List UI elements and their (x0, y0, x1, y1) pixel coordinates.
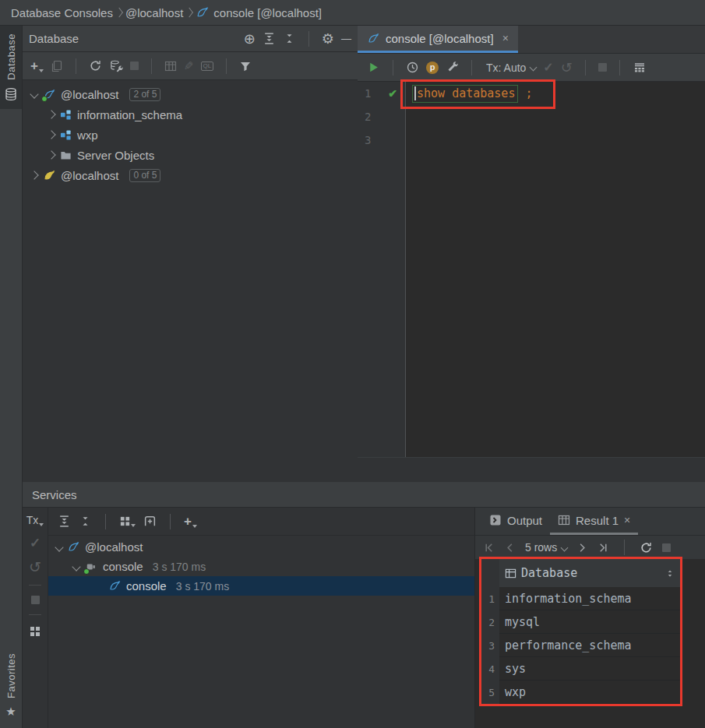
breadcrumb-database-consoles[interactable]: Database Consoles (11, 6, 113, 19)
add-service-button[interactable]: + (184, 515, 197, 528)
text-cursor (414, 86, 416, 100)
cell-database-name[interactable]: sys (499, 657, 681, 681)
stop-icon[interactable] (662, 543, 671, 552)
in-editor-results-icon[interactable] (633, 62, 647, 74)
services-row-localhost[interactable]: @localhost (48, 537, 474, 557)
expand-all-icon[interactable] (263, 32, 276, 45)
jump-to-console-icon[interactable]: QL (201, 62, 214, 71)
separator (308, 31, 309, 47)
chevron-right-icon[interactable] (47, 130, 55, 139)
tab-output[interactable]: Output (481, 508, 550, 535)
code-line-1[interactable]: show databases ; (406, 82, 705, 105)
chevron-down-icon[interactable] (72, 562, 80, 571)
results-tab-bar: Output Result 1 × (475, 508, 705, 536)
grid-row-5[interactable]: 5 wxp (481, 681, 681, 704)
duplicate-icon[interactable] (51, 60, 63, 72)
grid-row-4[interactable]: 4 sys (481, 657, 681, 681)
rollback-icon[interactable]: ↺ (561, 61, 573, 75)
row-number: 2 (481, 610, 499, 634)
services-row-console-session[interactable]: console 3 s 170 ms (48, 557, 474, 576)
tool-window-button-favorites[interactable]: Favorites ★ (0, 645, 22, 725)
group-by-icon[interactable] (29, 625, 41, 638)
editor-body[interactable]: 1 ✔ 2 3 show databases ; (358, 82, 705, 457)
gear-icon[interactable]: ⚙ (322, 32, 334, 46)
previous-page-icon[interactable] (504, 542, 516, 554)
tree-row-localhost-2[interactable]: @localhost 0 of 5 (23, 165, 358, 185)
chevron-down-icon[interactable] (30, 90, 38, 98)
services-row-console-selected[interactable]: console 3 s 170 ms (48, 576, 474, 596)
collapse-all-icon[interactable] (283, 32, 296, 45)
last-page-icon[interactable] (597, 542, 609, 554)
edit-icon[interactable]: ✎ (184, 60, 194, 72)
chevron-right-icon[interactable] (47, 110, 55, 118)
page-size-select[interactable]: 5 rows (525, 541, 567, 554)
stop-icon[interactable] (130, 62, 139, 70)
separator (619, 60, 620, 76)
reload-page-icon[interactable] (640, 541, 653, 554)
code-area[interactable]: show databases ; (406, 82, 705, 457)
database-panel-header: Database ⊕ ⚙ — (23, 26, 358, 52)
separator (226, 58, 227, 74)
results-section: Output Result 1 × (475, 508, 705, 728)
output-terminal-icon (489, 514, 502, 526)
execution-history-icon[interactable] (406, 61, 419, 74)
tab-result-1[interactable]: Result 1 × (550, 508, 638, 535)
stop-icon[interactable] (598, 63, 607, 72)
tx-mode-select[interactable]: Tx (26, 514, 44, 526)
schema-count-badge: 2 of 5 (129, 88, 160, 101)
grid-column-header-database[interactable]: Database (499, 559, 681, 587)
cell-database-name[interactable]: wxp (499, 681, 681, 704)
grid-row-1[interactable]: 1 information_schema (481, 587, 681, 610)
separator (29, 585, 41, 586)
settings-wrench-icon[interactable] (446, 61, 459, 74)
breadcrumb-label: Database Consoles (11, 6, 113, 19)
close-tab-icon[interactable]: × (624, 514, 630, 526)
row-number: 3 (481, 634, 499, 657)
collapse-all-icon[interactable] (79, 515, 92, 528)
breadcrumb-console[interactable]: console [@localhost] (196, 6, 322, 19)
locate-icon[interactable]: ⊕ (244, 32, 256, 46)
separator (393, 60, 393, 76)
sort-icon[interactable] (665, 568, 675, 579)
result-pager: 5 rows (475, 536, 705, 559)
commit-icon[interactable]: ✓ (543, 62, 553, 74)
filter-icon[interactable] (239, 60, 252, 72)
next-page-icon[interactable] (576, 542, 588, 554)
tree-row-server-objects[interactable]: Server Objects (23, 145, 358, 165)
hide-panel-icon[interactable]: — (341, 33, 351, 44)
cell-database-name[interactable]: performance_schema (499, 634, 681, 657)
grid-row-2[interactable]: 2 mysql (481, 610, 681, 634)
add-datasource-button[interactable]: + (30, 59, 44, 72)
table-view-icon[interactable] (164, 60, 177, 72)
sync-datasource-icon[interactable] (109, 59, 123, 72)
chevron-down-icon[interactable] (55, 543, 63, 551)
tree-row-wxp[interactable]: wxp (23, 125, 358, 145)
tree-row-information-schema[interactable]: information_schema (23, 104, 358, 125)
chevron-right-icon[interactable] (30, 171, 38, 179)
refresh-icon[interactable] (89, 59, 102, 72)
parameters-icon[interactable]: p (426, 62, 439, 74)
close-tab-icon[interactable]: × (502, 32, 509, 44)
tool-window-button-database[interactable]: Database (0, 26, 22, 109)
grid-row-3[interactable]: 3 performance_schema (481, 634, 681, 657)
rollback-icon[interactable]: ↺ (29, 560, 41, 575)
schema-icon (59, 109, 72, 121)
tx-mode-select[interactable]: Tx: Auto (486, 62, 536, 74)
tab-console-localhost[interactable]: console [@localhost] × (358, 26, 518, 53)
tree-item-label: @localhost (61, 88, 118, 101)
group-tabs-button[interactable] (119, 515, 136, 527)
tree-row-localhost[interactable]: @localhost 2 of 5 (23, 84, 358, 104)
schema-icon (59, 129, 72, 141)
breadcrumb-localhost[interactable]: @localhost (125, 6, 183, 19)
open-in-new-tab-icon[interactable] (143, 515, 157, 528)
stop-icon[interactable] (31, 596, 40, 604)
grid-header-row: Database (481, 559, 681, 587)
first-page-icon[interactable] (483, 542, 495, 554)
cell-database-name[interactable]: mysql (499, 610, 681, 634)
cell-database-name[interactable]: information_schema (499, 587, 681, 610)
separator (29, 614, 41, 615)
commit-icon[interactable]: ✓ (30, 536, 41, 550)
run-icon[interactable] (367, 61, 380, 74)
expand-all-icon[interactable] (58, 515, 71, 528)
chevron-right-icon[interactable] (47, 150, 55, 159)
